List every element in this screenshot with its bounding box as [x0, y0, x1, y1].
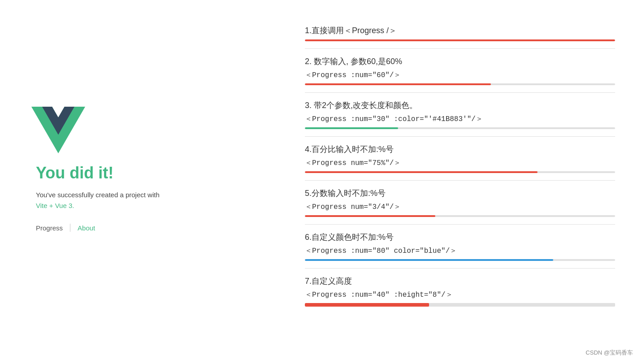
progress-bar-container-2	[305, 83, 615, 85]
progress-bar-container-7	[305, 303, 615, 307]
demo-title-7: 7.自定义高度	[305, 276, 615, 286]
nav-progress[interactable]: Progress	[36, 224, 70, 232]
page-title: You did it!	[36, 164, 113, 182]
demo-title-5: 5.分数输入时不加:%号	[305, 188, 615, 199]
progress-bar-container-5	[305, 215, 615, 217]
progress-bar-fill-7	[305, 303, 429, 307]
demo-item-6: 6.自定义颜色时不加:%号＜Progress :num="80" color="…	[305, 225, 615, 269]
nav-about[interactable]: About	[78, 224, 102, 232]
demo-title-2: 2. 数字输入, 参数60,是60%	[305, 56, 615, 67]
progress-bar-fill-3	[305, 127, 398, 129]
demo-code-7: ＜Progress :num="40" :height="8"/＞	[305, 290, 615, 299]
demo-item-1: 1.直接调用＜Progress /＞	[305, 18, 615, 49]
progress-bar-container-1	[305, 39, 615, 41]
demo-item-7: 7.自定义高度＜Progress :num="40" :height="8"/＞	[305, 269, 615, 314]
watermark: CSDN @宝码香车	[586, 349, 633, 357]
demo-code-3: ＜Progress :num="30" :color="'#41B883'"/＞	[305, 114, 615, 124]
nav-links: Progress About	[36, 224, 102, 232]
demo-item-5: 5.分数输入时不加:%号＜Progress num="3/4"/＞	[305, 181, 615, 225]
demo-title-6: 6.自定义颜色时不加:%号	[305, 232, 615, 243]
demo-code-2: ＜Progress :num="60"/＞	[305, 70, 615, 80]
demo-code-5: ＜Progress num="3/4"/＞	[305, 202, 615, 212]
progress-bar-fill-2	[305, 83, 491, 85]
subtitle-text: You've successfully created a project wi…	[36, 191, 160, 199]
progress-bar-fill-6	[305, 259, 553, 261]
progress-bar-fill-1	[305, 39, 615, 41]
subtitle: You've successfully created a project wi…	[36, 190, 160, 211]
vue-logo	[31, 105, 85, 155]
demo-item-3: 3. 带2个参数,改变长度和颜色。＜Progress :num="30" :co…	[305, 93, 615, 137]
vite-vue-link[interactable]: Vite + Vue 3.	[36, 202, 74, 209]
demo-title-1: 1.直接调用＜Progress /＞	[305, 25, 615, 36]
progress-bar-container-3	[305, 127, 615, 129]
demo-title-3: 3. 带2个参数,改变长度和颜色。	[305, 100, 615, 111]
nav-divider	[70, 224, 70, 232]
progress-bar-container-6	[305, 259, 615, 261]
demo-code-4: ＜Progress num="75%"/＞	[305, 158, 615, 168]
demo-item-4: 4.百分比输入时不加:%号＜Progress num="75%"/＞	[305, 137, 615, 181]
left-panel: You did it! You've successfully created …	[0, 0, 287, 364]
demo-code-6: ＜Progress :num="80" color="blue"/＞	[305, 246, 615, 256]
progress-bar-fill-5	[305, 215, 435, 217]
progress-bar-container-4	[305, 171, 615, 173]
demo-item-2: 2. 数字输入, 参数60,是60%＜Progress :num="60"/＞	[305, 49, 615, 93]
right-panel: 1.直接调用＜Progress /＞2. 数字输入, 参数60,是60%＜Pro…	[287, 0, 642, 364]
progress-bar-fill-4	[305, 171, 538, 173]
demo-title-4: 4.百分比输入时不加:%号	[305, 144, 615, 155]
